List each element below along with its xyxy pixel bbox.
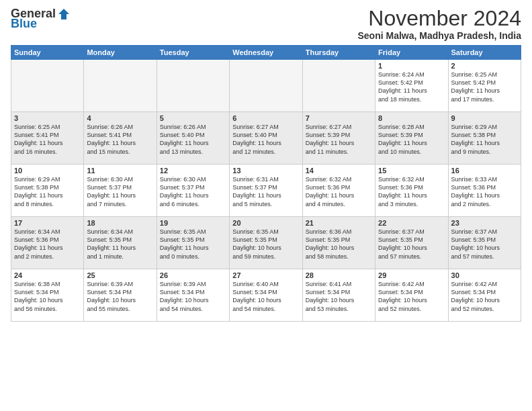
day-info: Sunrise: 6:25 AMSunset: 5:42 PMDaylight:…: [451, 71, 518, 103]
day-cell: [230, 60, 302, 112]
weekday-header-row: SundayMondayTuesdayWednesdayThursdayFrid…: [11, 46, 521, 60]
day-info: Sunrise: 6:42 AMSunset: 5:34 PMDaylight:…: [378, 280, 445, 313]
day-info: Sunrise: 6:34 AMSunset: 5:35 PMDaylight:…: [87, 228, 153, 261]
day-cell: 19Sunrise: 6:35 AMSunset: 5:35 PMDayligh…: [157, 217, 229, 269]
day-cell: 12Sunrise: 6:30 AMSunset: 5:37 PMDayligh…: [157, 165, 229, 217]
day-cell: 8Sunrise: 6:28 AMSunset: 5:39 PMDaylight…: [375, 112, 448, 165]
day-number: 11: [87, 167, 153, 175]
day-number: 14: [306, 167, 372, 175]
day-number: 8: [378, 114, 445, 122]
day-number: 25: [87, 271, 153, 279]
weekday-monday: Monday: [84, 46, 157, 60]
day-info: Sunrise: 6:35 AMSunset: 5:35 PMDaylight:…: [232, 228, 299, 261]
week-row-2: 3Sunrise: 6:25 AMSunset: 5:41 PMDaylight…: [11, 112, 521, 165]
day-info: Sunrise: 6:25 AMSunset: 5:41 PMDaylight:…: [14, 123, 81, 156]
day-info: Sunrise: 6:27 AMSunset: 5:40 PMDaylight:…: [232, 123, 299, 156]
day-number: 18: [87, 219, 153, 227]
weekday-wednesday: Wednesday: [230, 46, 302, 60]
weekday-sunday: Sunday: [11, 46, 84, 60]
day-info: Sunrise: 6:24 AMSunset: 5:42 PMDaylight:…: [378, 71, 445, 103]
day-info: Sunrise: 6:28 AMSunset: 5:39 PMDaylight:…: [378, 123, 445, 156]
day-info: Sunrise: 6:40 AMSunset: 5:34 PMDaylight:…: [232, 280, 299, 313]
day-cell: 26Sunrise: 6:39 AMSunset: 5:34 PMDayligh…: [157, 269, 229, 322]
weekday-tuesday: Tuesday: [157, 46, 229, 60]
day-number: 29: [378, 271, 445, 279]
day-info: Sunrise: 6:38 AMSunset: 5:34 PMDaylight:…: [14, 280, 81, 313]
day-number: 2: [451, 62, 518, 70]
day-cell: 13Sunrise: 6:31 AMSunset: 5:37 PMDayligh…: [230, 165, 302, 217]
day-cell: 28Sunrise: 6:41 AMSunset: 5:34 PMDayligh…: [302, 269, 375, 322]
day-cell: 25Sunrise: 6:39 AMSunset: 5:34 PMDayligh…: [84, 269, 157, 322]
day-info: Sunrise: 6:42 AMSunset: 5:34 PMDaylight:…: [451, 280, 518, 313]
day-number: 1: [378, 62, 445, 70]
day-number: 23: [451, 219, 518, 227]
day-info: Sunrise: 6:26 AMSunset: 5:41 PMDaylight:…: [87, 123, 153, 156]
day-number: 16: [451, 167, 518, 175]
day-info: Sunrise: 6:32 AMSunset: 5:36 PMDaylight:…: [378, 175, 445, 208]
day-cell: [11, 60, 84, 112]
day-info: Sunrise: 6:34 AMSunset: 5:36 PMDaylight:…: [14, 228, 81, 261]
day-number: 28: [306, 271, 372, 279]
day-number: 26: [160, 271, 226, 279]
day-cell: 3Sunrise: 6:25 AMSunset: 5:41 PMDaylight…: [11, 112, 84, 165]
day-number: 15: [378, 167, 445, 175]
day-info: Sunrise: 6:26 AMSunset: 5:40 PMDaylight:…: [160, 123, 226, 156]
day-number: 6: [232, 114, 299, 122]
logo-icon: [57, 7, 71, 21]
day-cell: 20Sunrise: 6:35 AMSunset: 5:35 PMDayligh…: [230, 217, 302, 269]
day-number: 3: [14, 114, 81, 122]
week-row-4: 17Sunrise: 6:34 AMSunset: 5:36 PMDayligh…: [11, 217, 521, 269]
day-cell: 14Sunrise: 6:32 AMSunset: 5:36 PMDayligh…: [302, 165, 375, 217]
day-cell: 29Sunrise: 6:42 AMSunset: 5:34 PMDayligh…: [375, 269, 448, 322]
day-number: 30: [451, 271, 518, 279]
day-info: Sunrise: 6:30 AMSunset: 5:37 PMDaylight:…: [87, 175, 153, 208]
day-number: 7: [306, 114, 372, 122]
day-info: Sunrise: 6:32 AMSunset: 5:36 PMDaylight:…: [306, 175, 372, 208]
logo: General Blue: [11, 7, 71, 31]
day-info: Sunrise: 6:33 AMSunset: 5:36 PMDaylight:…: [451, 175, 518, 208]
day-info: Sunrise: 6:27 AMSunset: 5:39 PMDaylight:…: [306, 123, 372, 156]
day-cell: 16Sunrise: 6:33 AMSunset: 5:36 PMDayligh…: [448, 165, 521, 217]
day-number: 12: [160, 167, 226, 175]
calendar-table: SundayMondayTuesdayWednesdayThursdayFrid…: [11, 45, 521, 322]
day-info: Sunrise: 6:31 AMSunset: 5:37 PMDaylight:…: [232, 175, 299, 208]
day-info: Sunrise: 6:39 AMSunset: 5:34 PMDaylight:…: [160, 280, 226, 313]
day-number: 17: [14, 219, 81, 227]
day-cell: [84, 60, 157, 112]
day-cell: 15Sunrise: 6:32 AMSunset: 5:36 PMDayligh…: [375, 165, 448, 217]
day-number: 9: [451, 114, 518, 122]
logo-blue-text: Blue: [11, 17, 37, 31]
day-cell: 10Sunrise: 6:29 AMSunset: 5:38 PMDayligh…: [11, 165, 84, 217]
day-cell: 30Sunrise: 6:42 AMSunset: 5:34 PMDayligh…: [448, 269, 521, 322]
month-title: November 2024: [357, 7, 521, 30]
day-cell: 22Sunrise: 6:37 AMSunset: 5:35 PMDayligh…: [375, 217, 448, 269]
day-cell: 7Sunrise: 6:27 AMSunset: 5:39 PMDaylight…: [302, 112, 375, 165]
day-number: 21: [306, 219, 372, 227]
day-cell: 24Sunrise: 6:38 AMSunset: 5:34 PMDayligh…: [11, 269, 84, 322]
day-info: Sunrise: 6:37 AMSunset: 5:35 PMDaylight:…: [378, 228, 445, 261]
day-cell: 2Sunrise: 6:25 AMSunset: 5:42 PMDaylight…: [448, 60, 521, 112]
day-info: Sunrise: 6:41 AMSunset: 5:34 PMDaylight:…: [306, 280, 372, 313]
title-block: November 2024 Seoni Malwa, Madhya Prades…: [357, 7, 521, 41]
day-info: Sunrise: 6:36 AMSunset: 5:35 PMDaylight:…: [306, 228, 372, 261]
day-number: 27: [232, 271, 299, 279]
day-cell: 5Sunrise: 6:26 AMSunset: 5:40 PMDaylight…: [157, 112, 229, 165]
day-number: 19: [160, 219, 226, 227]
day-info: Sunrise: 6:37 AMSunset: 5:35 PMDaylight:…: [451, 228, 518, 261]
day-cell: 17Sunrise: 6:34 AMSunset: 5:36 PMDayligh…: [11, 217, 84, 269]
day-number: 13: [232, 167, 299, 175]
week-row-3: 10Sunrise: 6:29 AMSunset: 5:38 PMDayligh…: [11, 165, 521, 217]
location: Seoni Malwa, Madhya Pradesh, India: [357, 30, 521, 41]
day-number: 24: [14, 271, 81, 279]
day-number: 4: [87, 114, 153, 122]
day-cell: 6Sunrise: 6:27 AMSunset: 5:40 PMDaylight…: [230, 112, 302, 165]
day-cell: 9Sunrise: 6:29 AMSunset: 5:38 PMDaylight…: [448, 112, 521, 165]
day-info: Sunrise: 6:29 AMSunset: 5:38 PMDaylight:…: [451, 123, 518, 156]
day-info: Sunrise: 6:35 AMSunset: 5:35 PMDaylight:…: [160, 228, 226, 261]
day-cell: 4Sunrise: 6:26 AMSunset: 5:41 PMDaylight…: [84, 112, 157, 165]
weekday-friday: Friday: [375, 46, 448, 60]
week-row-1: 1Sunrise: 6:24 AMSunset: 5:42 PMDaylight…: [11, 60, 521, 112]
calendar-page: General Blue November 2024 Seoni Malwa, …: [0, 0, 532, 411]
day-info: Sunrise: 6:29 AMSunset: 5:38 PMDaylight:…: [14, 175, 81, 208]
day-cell: 23Sunrise: 6:37 AMSunset: 5:35 PMDayligh…: [448, 217, 521, 269]
